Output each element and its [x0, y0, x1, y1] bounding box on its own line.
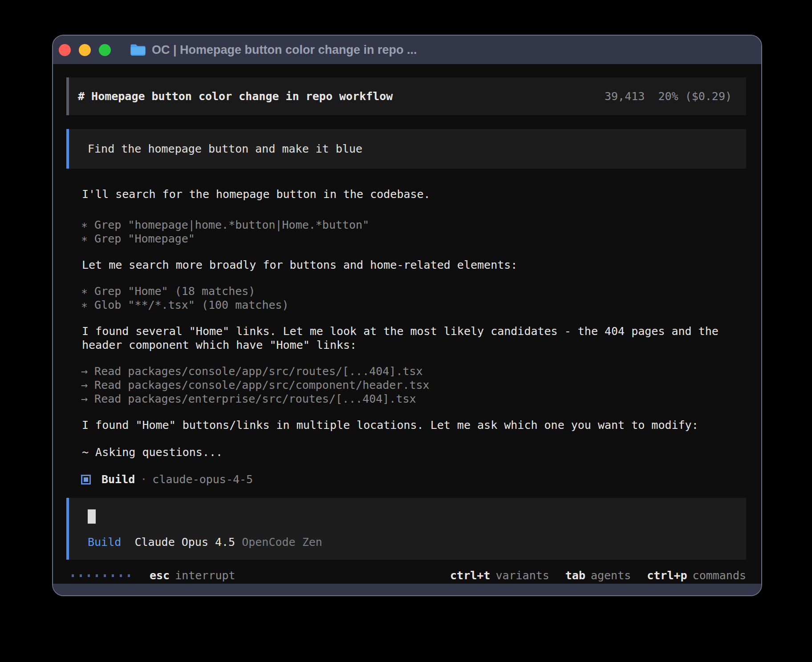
commands-label: commands [693, 569, 746, 582]
prompt-spacer1 [121, 535, 134, 549]
tool-call-group-reads: → Read packages/console/app/src/routes/[… [81, 364, 745, 406]
prompt-model-label: Claude Opus 4.5 [134, 535, 235, 549]
terminal-content: # Homepage button color change in repo w… [53, 64, 761, 584]
status-left: esc interrupt [72, 569, 235, 582]
tool-call-grep-2: ∗ Grep "Homepage" [81, 232, 745, 246]
assistant-paragraph-candidates: I found several "Home" links. Let me loo… [82, 324, 741, 352]
agent-separator: · [140, 472, 147, 486]
agent-name: Build [102, 472, 135, 486]
agents-key: tab [565, 569, 585, 582]
session-title: # Homepage button color change in repo w… [78, 89, 393, 103]
hint-variants: ctrl+t variants [450, 569, 549, 582]
prompt-agent-label: Build [88, 535, 121, 549]
tool-call-grep-1: ∗ Grep "homepage|home.*button|Home.*butt… [81, 218, 745, 232]
esc-key: esc [150, 569, 170, 582]
user-message: Find the homepage button and make it blu… [66, 129, 746, 169]
tool-call-grep-3: ∗ Grep "Home" (18 matches) [81, 284, 745, 298]
spinner-dots-icon [72, 574, 130, 577]
assistant-status-line: ~ Asking questions... [82, 445, 745, 459]
build-agent-icon [81, 475, 91, 484]
folder-icon [130, 43, 146, 57]
status-bar: esc interrupt ctrl+t variants tab agents… [72, 569, 746, 582]
stats-spacer2 [678, 89, 685, 103]
window-title: OC | Homepage button color change in rep… [152, 43, 417, 57]
token-count: 39,413 [605, 89, 645, 103]
agents-label: agents [591, 569, 631, 582]
variants-key: ctrl+t [450, 569, 490, 582]
agent-model: claude-opus-4-5 [152, 472, 253, 486]
minimize-button[interactable] [79, 44, 91, 56]
tool-call-read-1: → Read packages/console/app/src/routes/[… [81, 364, 745, 378]
assistant-paragraph-ask: I found "Home" buttons/links in multiple… [82, 418, 745, 432]
traffic-lights [59, 44, 111, 56]
tool-call-read-2: → Read packages/console/app/src/componen… [81, 378, 745, 392]
window-footer-strip [53, 584, 761, 595]
agent-badge: Build · claude-opus-4-5 [81, 472, 745, 486]
context-percent: 20% [658, 89, 678, 103]
close-button[interactable] [59, 44, 71, 56]
status-right: ctrl+t variants tab agents ctrl+p comman… [450, 569, 746, 582]
assistant-paragraph-broaden: Let me search more broadly for buttons a… [82, 258, 745, 272]
esc-label: interrupt [175, 569, 235, 582]
titlebar: OC | Homepage button color change in rep… [53, 36, 761, 64]
hint-agents: tab agents [565, 569, 631, 582]
prompt-input[interactable]: Build Claude Opus 4.5 OpenCode Zen [66, 498, 746, 560]
zoom-button[interactable] [99, 44, 111, 56]
assistant-paragraph-intro: I'll search for the homepage button in t… [82, 187, 745, 201]
prompt-spacer2 [235, 535, 242, 549]
commands-key: ctrl+p [647, 569, 687, 582]
terminal-window: OC | Homepage button color change in rep… [52, 35, 762, 596]
prompt-provider-label: OpenCode Zen [242, 535, 322, 549]
session-cost: ($0.29) [685, 89, 732, 103]
user-message-text: Find the homepage button and make it blu… [88, 142, 362, 155]
tool-call-glob-1: ∗ Glob "**/*.tsx" (100 matches) [81, 298, 745, 312]
hint-commands: ctrl+p commands [647, 569, 746, 582]
tool-call-group-1: ∗ Grep "homepage|home.*button|Home.*butt… [81, 218, 745, 246]
tool-call-read-3: → Read packages/enterprise/src/routes/[.… [81, 392, 745, 406]
hint-interrupt: esc interrupt [150, 569, 235, 582]
stats-spacer [645, 89, 658, 103]
text-cursor [88, 509, 96, 524]
session-header: # Homepage button color change in repo w… [66, 77, 746, 115]
prompt-meta: Build Claude Opus 4.5 OpenCode Zen [88, 535, 733, 549]
session-stats: 39,413 20% ($0.29) [605, 89, 732, 103]
variants-label: variants [495, 569, 549, 582]
tool-call-group-2: ∗ Grep "Home" (18 matches) ∗ Glob "**/*.… [81, 284, 745, 312]
